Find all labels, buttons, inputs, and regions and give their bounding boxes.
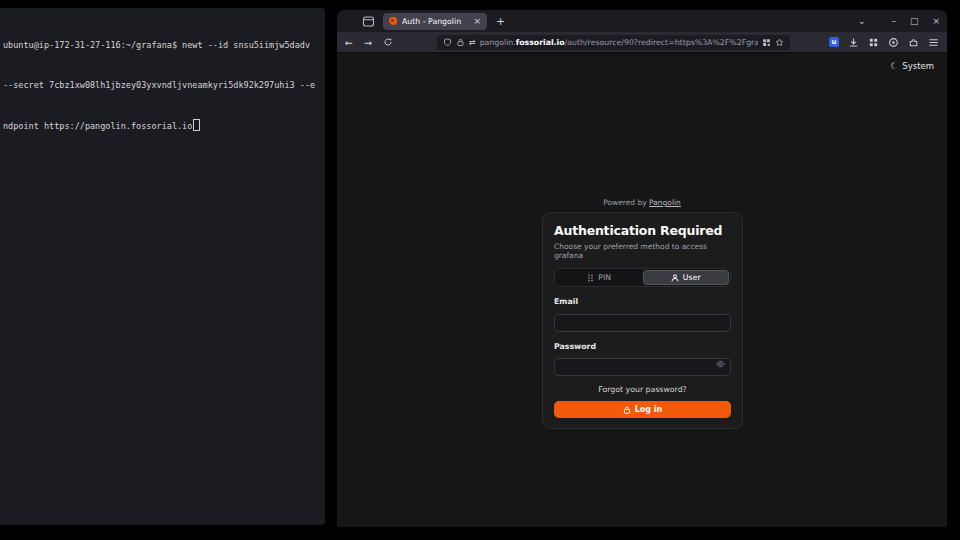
- terminal-line: ubuntu@ip-172-31-27-116:~/grafana$ newt …: [3, 39, 322, 52]
- page-content: ☾ System Powered by Pangolin Authenticat…: [337, 53, 947, 527]
- tab-close-icon[interactable]: ×: [473, 16, 481, 26]
- toolbar-extensions-area: u: [829, 37, 939, 48]
- browser-window: Auth - Pangolin × + ⌄ – □ × ← → ⇄ pangol…: [337, 10, 947, 527]
- downloads-icon[interactable]: [848, 37, 859, 48]
- https-lock-icon[interactable]: [456, 38, 465, 47]
- url-bar[interactable]: ⇄ pangolin.fossorial.io/auth/resource/90…: [437, 35, 790, 50]
- menu-hamburger-icon[interactable]: [928, 37, 939, 48]
- user-icon: [671, 274, 679, 282]
- tab-user-label: User: [683, 273, 701, 282]
- forward-button[interactable]: →: [364, 37, 372, 48]
- container-grid-icon[interactable]: [762, 38, 771, 47]
- login-lock-icon: [623, 406, 631, 414]
- tab-auth-pangolin[interactable]: Auth - Pangolin ×: [383, 13, 487, 30]
- terminal-window[interactable]: ubuntu@ip-172-31-27-116:~/grafana$ newt …: [0, 8, 325, 525]
- extensions-puzzle-icon[interactable]: [908, 37, 919, 48]
- pangolin-favicon-icon: [389, 17, 397, 25]
- pangolin-link[interactable]: Pangolin: [649, 198, 681, 207]
- account-containers-icon[interactable]: [868, 37, 879, 48]
- tab-pin-label: PIN: [598, 273, 611, 282]
- new-tab-button[interactable]: +: [496, 15, 505, 28]
- auth-method-tabs: PIN User: [554, 268, 731, 287]
- auth-card-subtitle: Choose your preferred method to access g…: [554, 242, 731, 260]
- firefox-view-icon[interactable]: [362, 15, 375, 28]
- window-close-button[interactable]: ×: [932, 16, 940, 26]
- browser-tab-bar: Auth - Pangolin × + ⌄ – □ ×: [337, 10, 947, 32]
- ublock-extension-icon[interactable]: u: [829, 37, 839, 47]
- permissions-swap-icon[interactable]: ⇄: [469, 38, 476, 47]
- theme-toggle[interactable]: ☾ System: [890, 61, 934, 71]
- reload-button[interactable]: [383, 37, 393, 47]
- keypad-grip-icon: [587, 274, 594, 282]
- terminal-line: --secret 7cbz1xw08lh1jbzey03yxvndljvneam…: [3, 79, 322, 92]
- theme-toggle-label: System: [902, 61, 934, 71]
- login-button-label: Log in: [635, 405, 663, 414]
- browser-toolbar: ← → ⇄ pangolin.fossorial.io/auth/resourc…: [337, 32, 947, 53]
- tracking-shield-icon[interactable]: [443, 38, 452, 47]
- login-button[interactable]: Log in: [554, 401, 731, 418]
- tab-title: Auth - Pangolin: [402, 17, 468, 26]
- url-text[interactable]: pangolin.fossorial.io/auth/resource/90?r…: [480, 38, 758, 47]
- window-maximize-button[interactable]: □: [910, 16, 919, 26]
- terminal-line: ndpoint https://pangolin.fossorial.io: [3, 119, 322, 133]
- tab-user[interactable]: User: [643, 270, 730, 285]
- email-label: Email: [554, 297, 731, 306]
- back-button[interactable]: ←: [345, 37, 353, 48]
- forgot-password-link[interactable]: Forgot your password?: [554, 385, 731, 394]
- window-minimize-button[interactable]: –: [891, 16, 896, 26]
- auth-card-title: Authentication Required: [554, 224, 731, 238]
- extension-circle-icon[interactable]: [888, 37, 899, 48]
- terminal-cursor: [193, 119, 200, 131]
- tab-pin[interactable]: PIN: [556, 270, 643, 285]
- list-tabs-chevron-icon[interactable]: ⌄: [858, 16, 866, 26]
- password-field[interactable]: [554, 358, 731, 376]
- moon-icon: ☾: [890, 61, 898, 71]
- show-password-eye-icon[interactable]: [716, 360, 725, 368]
- password-label: Password: [554, 342, 731, 351]
- powered-by: Powered by Pangolin: [337, 198, 947, 207]
- bookmark-star-icon[interactable]: [775, 38, 784, 47]
- auth-card: Authentication Required Choose your pref…: [542, 212, 743, 429]
- email-field[interactable]: [554, 314, 731, 332]
